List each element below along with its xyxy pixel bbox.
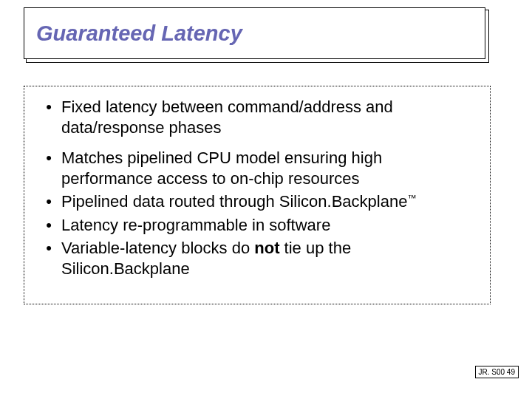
bullet-list: •Fixed latency between command/address a… (36, 97, 475, 279)
footer-label: JR. S00 49 (475, 366, 519, 378)
bullet-text: Matches pipelined CPU model ensuring hig… (61, 148, 475, 188)
slide-title: Guaranteed Latency (36, 21, 242, 46)
bullet-pre: Latency re-programmable in software (61, 216, 330, 234)
bullet-item: •Pipelined data routed through Silicon.B… (36, 191, 475, 212)
bullet-text: Pipelined data routed through Silicon.Ba… (61, 191, 475, 212)
bullet-text: Fixed latency between command/address an… (61, 97, 475, 137)
bullet-dot-icon: • (36, 238, 61, 259)
bullet-text: Variable-latency blocks do not tie up th… (61, 238, 475, 279)
bullet-pre: Matches pipelined CPU model ensuring hig… (61, 149, 382, 188)
bullet-bold: not (254, 239, 279, 257)
trademark-icon: ™ (407, 193, 416, 203)
bullet-dot-icon: • (36, 148, 61, 168)
bullet-item: •Fixed latency between command/address a… (36, 97, 475, 137)
bullet-pre: Variable-latency blocks do (61, 239, 254, 257)
bullet-dot-icon: • (36, 191, 61, 212)
bullet-dot-icon: • (36, 215, 61, 236)
title-box: Guaranteed Latency (24, 7, 485, 59)
bullet-dot-icon: • (36, 97, 61, 117)
content-box: •Fixed latency between command/address a… (24, 86, 491, 304)
bullet-pre: Pipelined data routed through Silicon.Ba… (61, 192, 407, 211)
bullet-item: •Latency re-programmable in software (36, 215, 475, 236)
bullet-text: Latency re-programmable in software (61, 215, 475, 236)
bullet-pre: Fixed latency between command/address an… (61, 98, 393, 137)
bullet-item: •Variable-latency blocks do not tie up t… (36, 238, 475, 279)
bullet-item: •Matches pipelined CPU model ensuring hi… (36, 148, 475, 188)
